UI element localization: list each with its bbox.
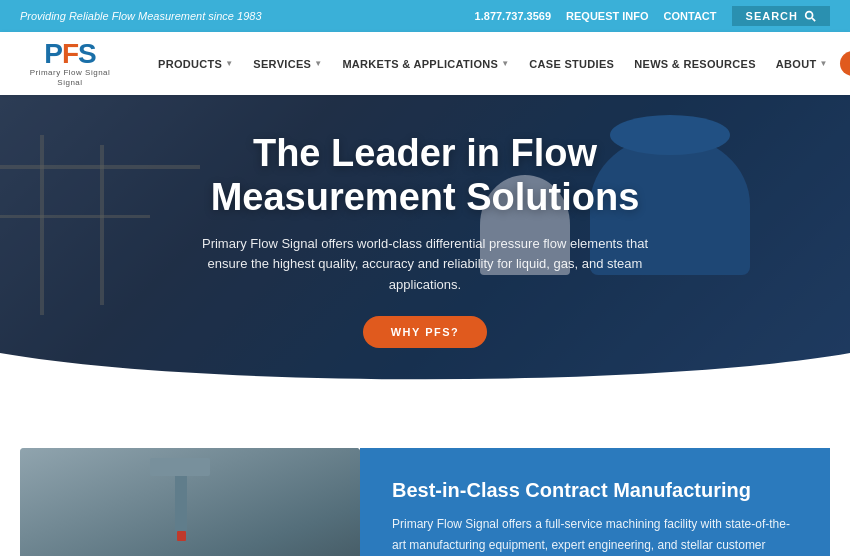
wave-svg [0,353,850,388]
hero-content: The Leader in Flow Measurement Solutions… [0,95,850,385]
manufacturing-image [20,448,360,556]
chevron-down-icon: ▼ [314,59,322,68]
top-bar-right: 1.877.737.3569 REQUEST INFO CONTACT SEAR… [475,6,830,26]
hero-section: The Leader in Flow Measurement Solutions… [0,95,850,385]
nav-products[interactable]: PRODUCTS ▼ [150,53,241,75]
logo-subtitle: Primary Flow Signal Signal [30,68,111,87]
card-title: Best-in-Class Contract Manufacturing [392,478,798,502]
hero-subtitle: Primary Flow Signal offers world-class d… [185,234,665,296]
top-bar: Providing Reliable Flow Measurement sinc… [0,0,850,32]
search-icon [804,10,816,22]
tool-tip [177,531,185,541]
tagline: Providing Reliable Flow Measurement sinc… [20,10,262,22]
now-hiring-button[interactable]: NOW HIRING! [840,51,850,76]
request-info-link[interactable]: REQUEST INFO [566,10,649,22]
logo[interactable]: PFS Primary Flow Signal Signal [20,40,120,87]
nav-markets[interactable]: MARKETS & APPLICATIONS ▼ [334,53,517,75]
nav-case-studies[interactable]: CASE STUDIES [521,53,622,75]
nav-links: PRODUCTS ▼ SERVICES ▼ MARKETS & APPLICAT… [150,51,850,76]
search-button[interactable]: SEARCH [732,6,830,26]
chevron-down-icon: ▼ [819,59,827,68]
cnc-head [150,458,210,476]
nav-about[interactable]: ABOUT ▼ [768,53,836,75]
contact-link[interactable]: CONTACT [664,10,717,22]
chevron-down-icon: ▼ [501,59,509,68]
nav-news[interactable]: NEWS & RESOURCES [626,53,764,75]
search-label: SEARCH [746,10,798,22]
hero-title: The Leader in Flow Measurement Solutions [135,132,715,219]
svg-point-0 [806,12,813,19]
svg-line-1 [812,18,815,21]
phone-number[interactable]: 1.877.737.3569 [475,10,551,22]
nav-bar: PFS Primary Flow Signal Signal PRODUCTS … [0,32,850,95]
chevron-down-icon: ▼ [225,59,233,68]
logo-letters: PFS [44,40,95,68]
card-text: Primary Flow Signal offers a full-servic… [392,514,798,556]
why-pfs-button[interactable]: WHY PFS? [363,316,488,348]
content-card: Best-in-Class Contract Manufacturing Pri… [360,448,830,556]
wave-divider [0,383,850,418]
content-section: Best-in-Class Contract Manufacturing Pri… [0,418,850,556]
nav-services[interactable]: SERVICES ▼ [245,53,330,75]
